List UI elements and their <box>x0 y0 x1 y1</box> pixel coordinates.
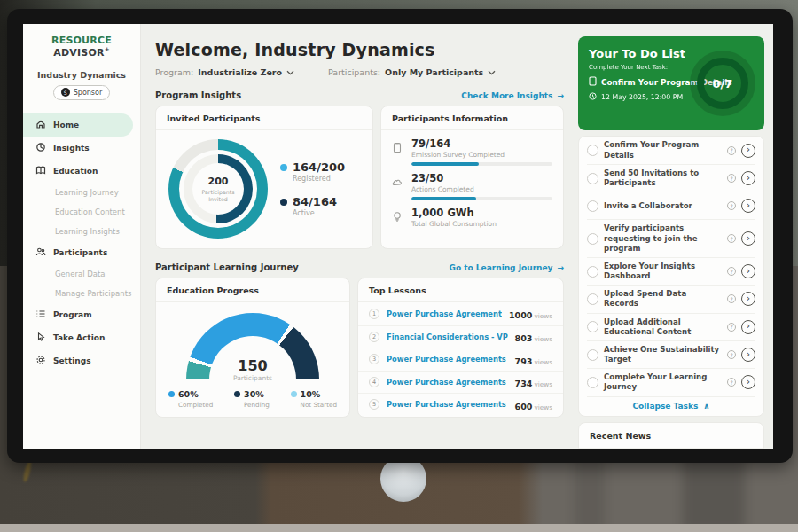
card-title: Invited Participants <box>156 106 372 130</box>
gear-icon <box>35 355 46 367</box>
task-checkbox[interactable] <box>587 293 598 305</box>
sidebar-item-settings[interactable]: Settings <box>23 349 140 372</box>
task-checkbox[interactable] <box>587 266 598 278</box>
help-icon[interactable]: ? <box>727 234 736 243</box>
task-row[interactable]: Send 50 Invitations to Participants ? › <box>587 164 755 192</box>
program-filter-value: Industrialize Zero <box>198 67 282 77</box>
todo-task-list: Confirm Your Program Details ? › Send 50… <box>578 136 764 417</box>
invited-donut-center: 200 Participants Invited <box>192 163 244 215</box>
chevron-right-icon[interactable]: › <box>741 320 755 334</box>
lesson-link[interactable]: Power Purchase Agreements 101 <box>387 355 508 364</box>
sidebar-item-general-data[interactable]: General Data <box>23 264 140 284</box>
help-icon[interactable]: ? <box>727 378 736 387</box>
lesson-link[interactable]: Power Purchase Agreements 102 <box>387 378 508 387</box>
sidebar-item-education-content[interactable]: Education Content <box>23 202 140 222</box>
sidebar-item-learning-insights[interactable]: Learning Insights <box>23 222 140 241</box>
chevron-right-icon[interactable]: › <box>741 171 755 185</box>
insights-icon <box>35 142 46 154</box>
task-checkbox[interactable] <box>587 233 598 245</box>
lesson-link[interactable]: Power Purchase Agreements 103 <box>387 400 508 409</box>
task-checkbox[interactable] <box>587 377 598 388</box>
collapse-tasks-link[interactable]: Collapse Tasks ∧ <box>587 396 755 416</box>
task-row[interactable]: Upload Additional Educational Content ? … <box>587 313 755 340</box>
chevron-right-icon[interactable]: › <box>741 264 755 278</box>
progress-fill <box>411 162 479 166</box>
task-row[interactable]: Upload Spend Data Records ? › <box>587 285 755 312</box>
help-icon[interactable]: ? <box>727 267 736 276</box>
program-insights-header: Program Insights Check More Insights → <box>155 90 564 100</box>
desk-edge <box>0 524 798 532</box>
task-checkbox[interactable] <box>587 321 598 332</box>
section-title: Participant Learning Journey <box>155 262 299 272</box>
sidebar-item-take-action[interactable]: Take Action <box>23 326 140 349</box>
help-icon[interactable]: ? <box>727 323 736 332</box>
help-icon[interactable]: ? <box>727 350 736 359</box>
survey-icon <box>392 137 404 166</box>
sponsor-badge[interactable]: S Sponsor <box>53 85 110 100</box>
invited-participants-card: Invited Participants 200 Participants In… <box>155 106 373 249</box>
lesson-link[interactable]: Financial Considerations - VPPAs <box>387 332 508 341</box>
sidebar-item-insights[interactable]: Insights <box>23 137 140 160</box>
help-icon[interactable]: ? <box>727 174 736 183</box>
sidebar-item-learning-journey[interactable]: Learning Journey <box>23 183 140 202</box>
participants-filter-label: Participants: <box>328 67 380 77</box>
views-suffix: views <box>534 312 552 320</box>
sidebar-item-manage-participants[interactable]: Manage Participants <box>23 284 140 303</box>
lesson-row: 2 Financial Considerations - VPPAs 803vi… <box>358 325 563 348</box>
lesson-rank: 1 <box>369 309 379 319</box>
sidebar-item-label: Program <box>53 310 92 319</box>
task-row[interactable]: Explore Your Insights Dashboard ? › <box>587 257 755 285</box>
actions-completed-value: 23/50 <box>411 172 552 184</box>
task-label: Send 50 Invitations to Participants <box>604 168 722 188</box>
task-row[interactable]: Invite a Collaborator ? › <box>587 192 755 219</box>
logo-secondary: ADVISOR <box>53 47 104 59</box>
program-filter[interactable]: Program: Industrialize Zero <box>155 67 294 77</box>
chevron-right-icon[interactable]: › <box>741 231 755 246</box>
task-row[interactable]: Confirm Your Program Details ? › <box>587 137 755 164</box>
chevron-right-icon[interactable]: › <box>741 292 755 306</box>
filters-row: Program: Industrialize Zero Participants… <box>155 67 564 77</box>
emission-survey-progressbar <box>411 162 552 166</box>
actions-icon <box>392 172 404 200</box>
completed-pct: 60% <box>178 389 199 399</box>
task-row[interactable]: Achieve One Sustainability Target ? › <box>587 340 755 368</box>
legend-item-not-started: 10% Not Started <box>291 389 337 409</box>
chevron-right-icon[interactable]: › <box>741 199 755 213</box>
card-title: Education Progress <box>156 278 349 302</box>
insights-cards-row: Invited Participants 200 Participants In… <box>155 106 564 249</box>
task-checkbox[interactable] <box>587 145 598 156</box>
help-icon[interactable]: ? <box>727 146 736 155</box>
task-checkbox[interactable] <box>587 173 598 184</box>
participants-filter[interactable]: Participants: Only My Participants <box>328 67 496 77</box>
sidebar-item-program[interactable]: Program <box>23 303 140 326</box>
registered-dot <box>280 164 287 171</box>
education-progress-card: Education Progress 150 Participants <box>155 278 350 418</box>
task-row[interactable]: Complete Your Learning Journey ? › <box>587 368 755 395</box>
completed-label: Completed <box>168 401 213 409</box>
todo-datetime: 12 May 2025, 12:00 PM <box>601 93 683 101</box>
task-checkbox[interactable] <box>587 349 598 361</box>
chevron-right-icon[interactable]: › <box>741 348 755 362</box>
link-label: Go to Learning Journey <box>450 263 553 272</box>
chevron-up-icon: ∧ <box>703 402 709 411</box>
chevron-right-icon[interactable]: › <box>741 144 755 158</box>
sidebar-item-home[interactable]: Home <box>23 113 133 137</box>
go-to-learning-journey-link[interactable]: Go to Learning Journey → <box>450 263 564 272</box>
check-more-insights-link[interactable]: Check More Insights → <box>461 91 564 100</box>
help-icon[interactable]: ? <box>727 294 736 303</box>
task-row[interactable]: Verify participants requesting to join t… <box>587 219 755 257</box>
arrow-right-icon: → <box>557 263 564 272</box>
lesson-link[interactable]: Power Purchase Agreements 101 <box>387 309 502 318</box>
chevron-right-icon[interactable]: › <box>741 375 755 389</box>
sidebar-item-participants[interactable]: Participants <box>23 241 140 264</box>
sponsor-icon: S <box>61 88 70 97</box>
todo-panel: Your To Do List Complete Your Next Task:… <box>573 24 773 449</box>
gauge-center: 150 Participants <box>186 357 319 382</box>
task-checkbox[interactable] <box>587 200 598 212</box>
help-icon[interactable]: ? <box>727 201 736 210</box>
document-icon <box>589 76 597 88</box>
consumption-icon <box>392 207 404 228</box>
sidebar-item-education[interactable]: Education <box>23 160 140 183</box>
dashboard-screen: RESOURCE ADVISOR+ Industry Dynamics S Sp… <box>23 24 773 449</box>
invited-body: 200 Participants Invited 164/200 Registe… <box>156 130 372 239</box>
